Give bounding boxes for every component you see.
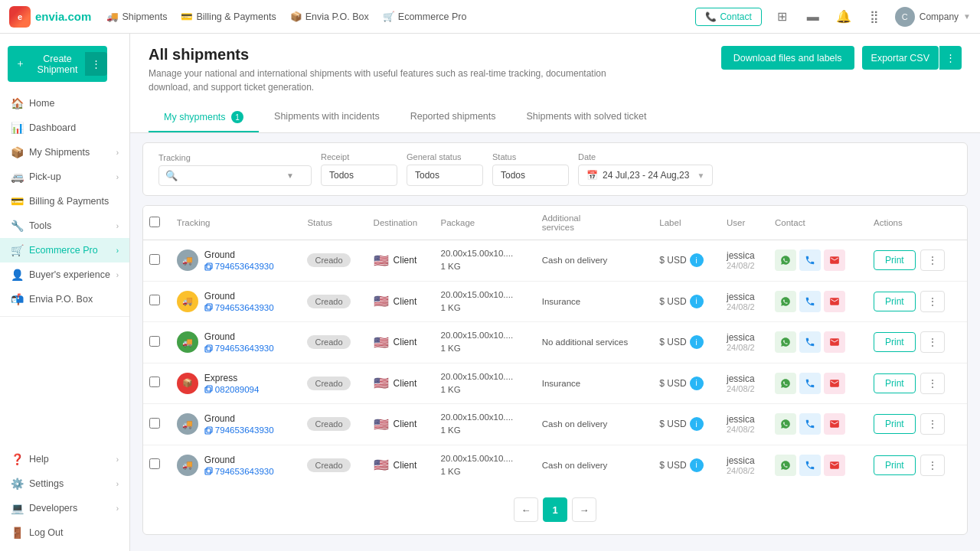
date-value: 24 Jul,23 - 24 Aug,23 <box>603 170 689 181</box>
bell-icon[interactable]: 🔔 <box>834 7 854 27</box>
email-button[interactable] <box>824 331 845 353</box>
row-checkbox[interactable] <box>149 458 160 469</box>
nav-shipments[interactable]: 🚚 Shipments <box>106 11 167 22</box>
print-button[interactable]: Print <box>874 250 916 270</box>
tab-reported[interactable]: Reported shipments <box>395 103 511 132</box>
print-button[interactable]: Print <box>874 414 916 434</box>
phone-icon: 📞 <box>705 11 717 22</box>
whatsapp-button[interactable] <box>775 413 796 435</box>
download-files-button[interactable]: Download files and labels <box>721 46 854 70</box>
whatsapp-button[interactable] <box>775 455 796 476</box>
nav-billing[interactable]: 💳 Billing & Payments <box>181 11 276 22</box>
email-button[interactable] <box>824 455 845 476</box>
sidebar-item-dashboard[interactable]: 📊 Dashboard <box>0 116 129 140</box>
create-btn-dropdown[interactable]: ⋮ <box>85 52 107 76</box>
card-icon[interactable]: ▬ <box>803 7 823 27</box>
sidebar-item-buyers[interactable]: 👤 Buyer's experience › <box>0 262 129 287</box>
tab-solved[interactable]: Shipments with solved ticket <box>511 103 662 132</box>
sidebar-item-tools[interactable]: 🔧 Tools › <box>0 214 129 238</box>
phone-button[interactable] <box>799 331 821 353</box>
print-button[interactable]: Print <box>874 373 916 393</box>
dashboard-icon: 📊 <box>11 122 23 134</box>
row-checkbox[interactable] <box>149 295 160 305</box>
info-icon[interactable]: i <box>690 253 704 267</box>
logo[interactable]: e envia.com <box>9 6 91 28</box>
status-select[interactable]: Todos <box>492 165 569 186</box>
more-actions-button[interactable]: ⋮ <box>920 249 945 271</box>
select-all-checkbox[interactable] <box>149 217 160 227</box>
date-picker[interactable]: 📅 24 Jul,23 - 24 Aug,23 ▼ <box>578 165 713 186</box>
create-shipment-button[interactable]: ＋ Create Shipment ⋮ <box>8 46 107 82</box>
more-actions-button[interactable]: ⋮ <box>920 291 945 312</box>
sidebar-item-myshipments[interactable]: 📦 My Shipments › <box>0 140 129 165</box>
more-actions-button[interactable]: ⋮ <box>920 455 945 476</box>
info-icon[interactable]: i <box>690 335 704 349</box>
sidebar-item-logout[interactable]: 🚪 Log Out <box>0 520 129 545</box>
info-icon[interactable]: i <box>690 458 704 472</box>
grid-icon[interactable]: ⣿ <box>864 7 884 27</box>
tracking-number[interactable]: 794653643930 <box>204 467 274 476</box>
whatsapp-button[interactable] <box>775 373 796 394</box>
export-more-button[interactable]: ⋮ <box>939 46 962 70</box>
info-icon[interactable]: i <box>690 417 704 431</box>
more-actions-button[interactable]: ⋮ <box>920 373 945 394</box>
tracking-number[interactable]: 794653643930 <box>204 303 274 312</box>
row-checkbox[interactable] <box>149 254 160 265</box>
whatsapp-button[interactable] <box>775 331 796 353</box>
phone-button[interactable] <box>799 455 821 476</box>
page-1-button[interactable]: 1 <box>543 497 567 522</box>
company-menu[interactable]: C Company ▼ <box>895 7 971 27</box>
print-button[interactable]: Print <box>874 292 916 311</box>
sidebar-item-home[interactable]: 🏠 Home <box>0 91 129 116</box>
info-icon[interactable]: i <box>690 377 704 390</box>
print-button[interactable]: Print <box>874 455 916 475</box>
whatsapp-button[interactable] <box>775 249 796 271</box>
sidebar-item-pobox[interactable]: 📬 Envia P.O. Box <box>0 287 129 311</box>
tracking-number[interactable]: 082089094 <box>204 385 260 394</box>
tracking-number[interactable]: 794653643930 <box>204 425 274 435</box>
calculator-icon[interactable]: ⊞ <box>773 7 792 27</box>
tracking-number[interactable]: 794653643930 <box>204 344 274 353</box>
flag-icon: 🇺🇸 <box>374 335 389 350</box>
sidebar-item-settings[interactable]: ⚙️ Settings › <box>0 471 129 496</box>
phone-button[interactable] <box>799 291 821 312</box>
sidebar-item-ecommerce[interactable]: 🛒 Ecommerce Pro › <box>0 238 129 262</box>
receipt-select[interactable]: Todos <box>321 165 397 186</box>
phone-button[interactable] <box>799 249 821 271</box>
next-page-button[interactable]: → <box>572 497 596 522</box>
row-checkbox[interactable] <box>149 377 160 387</box>
tracking-input[interactable] <box>182 171 282 181</box>
prev-page-button[interactable]: ← <box>514 497 538 522</box>
settings-icon: ⚙️ <box>11 478 23 490</box>
phone-button[interactable] <box>799 373 821 394</box>
row-checkbox[interactable] <box>149 336 160 347</box>
email-button[interactable] <box>824 249 845 271</box>
nav-ecommerce[interactable]: 🛒 Ecommerce Pro <box>383 11 467 22</box>
sidebar-item-developers[interactable]: 💻 Developers › <box>0 496 129 520</box>
info-icon[interactable]: i <box>690 295 704 308</box>
phone-button[interactable] <box>799 413 821 435</box>
nav-pobox[interactable]: 📦 Envia P.O. Box <box>290 11 369 22</box>
email-button[interactable] <box>824 373 845 394</box>
logout-icon: 🚪 <box>11 527 23 539</box>
copy-icon <box>204 385 213 393</box>
tracking-search-box[interactable]: 🔍 ▼ <box>158 165 312 186</box>
contact-button[interactable]: 📞 Contact <box>695 8 761 26</box>
sidebar-item-pickup[interactable]: 🚐 Pick-up › <box>0 165 129 189</box>
general-status-select[interactable]: Todos <box>407 165 483 186</box>
sidebar-item-help[interactable]: ❓ Help › <box>0 447 129 471</box>
row-checkbox[interactable] <box>149 418 160 429</box>
table-row: 📦 Express 082089094 Creado 🇺🇸 Client <box>143 363 967 404</box>
tab-incidents[interactable]: Shipments with incidents <box>259 103 395 132</box>
more-actions-button[interactable]: ⋮ <box>920 331 945 353</box>
sidebar-item-billing[interactable]: 💳 Billing & Payments <box>0 189 129 214</box>
status-filter: Status Todos <box>492 152 569 186</box>
print-button[interactable]: Print <box>874 332 916 352</box>
export-csv-button[interactable]: Exportar CSV <box>862 46 939 70</box>
tracking-number[interactable]: 794653643930 <box>204 262 274 271</box>
email-button[interactable] <box>824 291 845 312</box>
tab-myshipments[interactable]: My shypments 1 <box>149 103 259 132</box>
whatsapp-button[interactable] <box>775 291 796 312</box>
more-actions-button[interactable]: ⋮ <box>920 413 945 435</box>
email-button[interactable] <box>824 413 845 435</box>
